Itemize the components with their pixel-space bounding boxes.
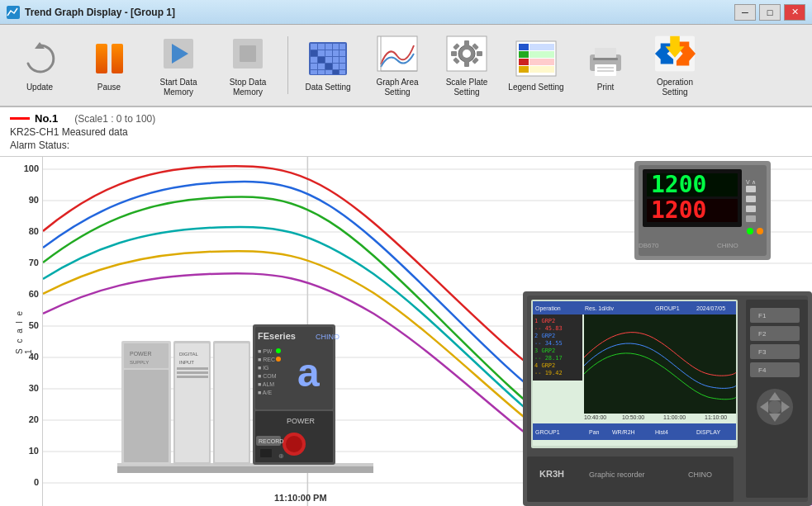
device-db670: 1200 1200 V ∧ DB670 CHINO — [634, 161, 771, 260]
alarm-label: Alarm Status: — [10, 140, 69, 151]
svg-rect-30 — [333, 70, 339, 74]
svg-rect-51 — [529, 44, 554, 50]
svg-rect-9 — [325, 44, 332, 50]
svg-rect-22 — [311, 64, 317, 69]
info-panel: No.1 (Scale1 : 0 to 100) KR2S-CH1 Measur… — [0, 107, 812, 157]
y-tick-60: 60 — [29, 289, 39, 299]
start-data-memory-button[interactable]: Start Data Memory — [145, 28, 211, 102]
svg-text:GROUP1: GROUP1 — [655, 305, 680, 311]
svg-rect-161 — [750, 308, 800, 323]
scale-plate-setting-label: Scale Plate Setting — [437, 78, 496, 97]
update-icon — [19, 38, 60, 79]
svg-text:1200: 1200 — [651, 171, 706, 198]
data-setting-label: Data Setting — [305, 83, 350, 92]
svg-text:⊕: ⊕ — [278, 452, 284, 460]
svg-rect-12 — [311, 50, 317, 56]
svg-rect-5 — [240, 45, 256, 62]
channel-number: No.1 — [35, 112, 58, 125]
svg-text:10:50:00: 10:50:00 — [622, 414, 644, 420]
svg-text:F3: F3 — [758, 348, 767, 356]
svg-text:DB670: DB670 — [639, 242, 659, 249]
svg-rect-84 — [746, 186, 756, 192]
svg-rect-48 — [519, 51, 529, 58]
svg-text:Hist4: Hist4 — [655, 429, 668, 435]
svg-text:Operation: Operation — [535, 305, 561, 312]
update-label: Update — [26, 83, 53, 92]
svg-rect-16 — [340, 50, 345, 56]
stop-data-memory-button[interactable]: Stop Data Memory — [215, 28, 281, 102]
svg-text:■ REC: ■ REC — [258, 357, 275, 362]
svg-text:11:00:00: 11:00:00 — [663, 414, 686, 420]
svg-rect-39 — [464, 61, 469, 67]
svg-rect-11 — [340, 44, 345, 50]
maximize-button[interactable]: □ — [759, 4, 781, 21]
svg-text:F4: F4 — [758, 366, 767, 374]
svg-point-37 — [463, 50, 471, 58]
start-data-memory-icon — [158, 33, 199, 74]
svg-text:DIGITAL: DIGITAL — [179, 352, 199, 357]
title-bar: Trend Graph Display - [Group 1] ─ □ ✕ — [0, 0, 812, 25]
operation-setting-button[interactable]: Operation Setting — [642, 28, 708, 102]
svg-text:Pan: Pan — [589, 429, 600, 435]
update-button[interactable]: Update — [7, 28, 73, 102]
svg-text:Res. 1d/div: Res. 1d/div — [585, 305, 615, 311]
svg-rect-32 — [378, 36, 417, 71]
svg-rect-26 — [340, 64, 345, 69]
y-tick-0: 0 — [34, 477, 39, 487]
svg-text:WR/R2H: WR/R2H — [612, 429, 635, 435]
title-bar-controls[interactable]: ─ □ ✕ — [734, 4, 805, 21]
svg-text:-- 19.42: -- 19.42 — [534, 370, 563, 376]
print-button[interactable]: Print — [572, 28, 639, 102]
y-tick-20: 20 — [29, 414, 39, 424]
svg-text:GROUP1: GROUP1 — [535, 429, 560, 435]
y-tick-40: 40 — [29, 352, 39, 362]
svg-text:RECORD: RECORD — [259, 438, 283, 444]
pause-icon — [88, 38, 130, 79]
svg-text:CHINO: CHINO — [717, 242, 738, 249]
start-data-memory-label: Start Data Memory — [149, 78, 208, 97]
svg-rect-56 — [595, 48, 616, 58]
svg-rect-14 — [325, 50, 332, 56]
svg-rect-18 — [318, 57, 325, 63]
print-label: Print — [597, 83, 615, 92]
separator-1 — [287, 36, 288, 94]
legend-setting-button[interactable]: Legend Setting — [503, 28, 569, 102]
svg-rect-8 — [318, 44, 325, 50]
scale-plate-setting-button[interactable]: Scale Plate Setting — [434, 28, 500, 102]
graph-wrapper: S c a l e1 100 90 80 70 60 50 40 30 20 1… — [0, 157, 812, 506]
svg-text:POWER: POWER — [130, 351, 151, 357]
svg-text:INPUT: INPUT — [179, 360, 194, 365]
svg-text:POWER: POWER — [287, 417, 316, 425]
svg-rect-31 — [340, 70, 345, 74]
close-button[interactable]: ✕ — [784, 4, 805, 21]
svg-rect-47 — [519, 44, 529, 50]
y-tick-70: 70 — [29, 258, 39, 267]
svg-rect-10 — [333, 44, 339, 50]
svg-text:10:40:00: 10:40:00 — [584, 414, 606, 420]
svg-rect-20 — [333, 57, 339, 63]
svg-text:CHINO: CHINO — [316, 333, 340, 341]
svg-text:■ ALM: ■ ALM — [258, 381, 274, 387]
svg-rect-41 — [477, 51, 482, 56]
svg-rect-87 — [746, 215, 756, 222]
svg-rect-60 — [593, 58, 618, 60]
graph-canvas: 11:10:00 PM 1200 1200 V — [43, 157, 812, 506]
operation-setting-icon — [654, 33, 696, 74]
legend-setting-icon — [515, 38, 557, 79]
stop-data-memory-icon — [227, 33, 268, 74]
svg-point-174 — [768, 400, 781, 414]
minimize-button[interactable]: ─ — [734, 4, 756, 21]
svg-text:11:10:00: 11:10:00 — [705, 414, 727, 420]
svg-text:1200: 1200 — [651, 196, 706, 224]
graph-area-setting-button[interactable]: Graph Area Setting — [364, 28, 430, 102]
svg-rect-85 — [746, 196, 756, 202]
svg-rect-52 — [529, 51, 554, 58]
svg-rect-13 — [318, 50, 325, 56]
svg-rect-25 — [333, 64, 339, 69]
pause-button[interactable]: Pause — [76, 28, 142, 102]
svg-text:-- 45.83: -- 45.83 — [534, 325, 563, 332]
print-icon — [585, 38, 626, 79]
svg-text:KR3H: KR3H — [539, 469, 564, 479]
data-setting-button[interactable]: Data Setting — [295, 28, 361, 102]
svg-rect-23 — [318, 64, 325, 69]
